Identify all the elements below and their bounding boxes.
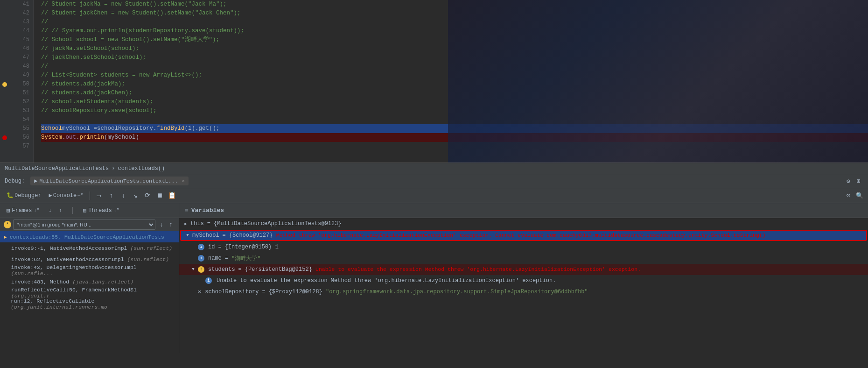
frames-tab-controls: ↓ ↑ bbox=[46, 206, 64, 215]
frames-ctrl-down[interactable]: ↓ bbox=[46, 206, 54, 215]
variables-panel: = Variables ▶ this = {MultiDateSourceApp… bbox=[179, 203, 868, 353]
variable-this[interactable]: ▶ this = {MultiDateSourceApplicationTest… bbox=[179, 218, 868, 229]
debug-label-bar: Debug: ▶ MultiDateSourceApplicationTests… bbox=[0, 174, 868, 188]
variable-name[interactable]: ▶ i name = "湖畔大学" bbox=[179, 253, 868, 264]
variable-myschool[interactable]: ▼ mySchool = {School@9127} Method threw … bbox=[180, 230, 867, 241]
var-equals: = bbox=[238, 266, 242, 273]
code-line: // bbox=[41, 18, 868, 27]
session-name: MultiDateSourceApplicationTests.contextL… bbox=[39, 178, 178, 184]
var-value-students-msg: Unable to evaluate the expression Method… bbox=[217, 277, 864, 284]
thread-ctrl-buttons: ↓ ↑ bbox=[157, 220, 175, 229]
frames-tab-icon: ▤ bbox=[7, 207, 10, 214]
frame-text: invoke:483, Method (java.lang.reflect) bbox=[11, 279, 133, 285]
variable-id[interactable]: ▶ i id = {Integer@9150} 1 bbox=[179, 241, 868, 253]
gutter-item bbox=[0, 142, 9, 151]
tab-debugger[interactable]: 🐛 Debugger bbox=[4, 191, 44, 200]
panel-tab-bar: ▤ Frames ↓* ↓ ↑ | ▤ Threads ↓* bbox=[0, 203, 179, 218]
breadcrumb-class: MultiDateSourceApplicationTests bbox=[5, 165, 109, 172]
error-indicator bbox=[0, 133, 9, 142]
code-line: // jackMa.setSchool(school); bbox=[41, 44, 868, 53]
stack-frames-list: ▶ contextLoads:55, MultiDateSourceApplic… bbox=[0, 231, 179, 353]
breadcrumb-bar: MultiDateSourceApplicationTests › contex… bbox=[0, 163, 868, 174]
threads-sort-icon[interactable]: ↓* bbox=[114, 208, 119, 213]
code-line: // jackChen.setSchool(school); bbox=[41, 53, 868, 62]
code-line-error: System.out.println(mySchool) bbox=[41, 133, 868, 142]
var-value-id: {Integer@9150} 1 bbox=[225, 244, 864, 250]
thread-select-dropdown[interactable]: *main*@1 in group *main*: RU... bbox=[13, 219, 155, 230]
debugger-tab-label: Debugger bbox=[14, 192, 42, 199]
step-out-button[interactable]: ↘ bbox=[130, 191, 140, 201]
var-equals: = bbox=[223, 232, 226, 239]
code-line: // Student jackMa = new Student().setNam… bbox=[41, 0, 868, 9]
step-over-button[interactable]: ⟶ bbox=[94, 191, 104, 201]
var-name-students: students bbox=[208, 266, 235, 273]
settings-button[interactable]: ⚙ bbox=[844, 177, 853, 186]
var-name-myschool: mySchool bbox=[192, 232, 219, 239]
var-value-students: {PersistentBag@9152} Unable to evaluate … bbox=[245, 266, 864, 273]
gutter-item bbox=[0, 124, 9, 133]
expand-this[interactable]: ▶ bbox=[183, 221, 189, 226]
step-down-button[interactable]: ↓ bbox=[118, 191, 128, 201]
warn-icon: ! bbox=[198, 266, 204, 273]
frames-threads-panel: ▤ Frames ↓* ↓ ↑ | ▤ Threads ↓* * *main*@… bbox=[0, 203, 179, 353]
threads-tab[interactable]: ▤ Threads ↓* bbox=[80, 205, 122, 216]
restore-button[interactable]: ⊞ bbox=[854, 177, 863, 186]
tab-console[interactable]: ▶ Console →* bbox=[46, 191, 86, 200]
code-line: // students.add(jackMa); bbox=[41, 80, 868, 89]
var-equals: = bbox=[218, 244, 221, 250]
stack-frame-item[interactable]: invoke:43, DelegatingMethodAccessorImpl … bbox=[0, 265, 179, 276]
var-value-school-repo: {$Proxy112@9128} "org.springframework.da… bbox=[269, 289, 864, 295]
stack-frame-item[interactable]: invoke0:-1, NativeMethodAccessorImpl (su… bbox=[0, 242, 179, 254]
console-icon: ▶ bbox=[49, 192, 52, 199]
info-icon: i bbox=[198, 255, 204, 262]
thread-up-button[interactable]: ↑ bbox=[167, 220, 175, 229]
bottom-panel: ▤ Frames ↓* ↓ ↑ | ▤ Threads ↓* * *main*@… bbox=[0, 203, 868, 353]
gutter-item bbox=[0, 9, 9, 18]
frames-sort-icon[interactable]: ↓* bbox=[34, 208, 39, 213]
line-numbers: 4142434445 4647484950 5152535455 5657 bbox=[9, 0, 34, 163]
stack-frame-item[interactable]: run:12, ReflectiveCallable (org.junit.in… bbox=[0, 298, 179, 310]
code-line: // schoolRepository.save(school); bbox=[41, 106, 868, 115]
var-value-this: {MultiDateSourceApplicationTests@9123} bbox=[214, 220, 864, 227]
frames-ctrl-up[interactable]: ↑ bbox=[56, 206, 64, 215]
step-up-button[interactable]: ↑ bbox=[106, 191, 116, 201]
var-equals: = bbox=[225, 255, 228, 262]
thread-down-button[interactable]: ↓ bbox=[157, 220, 166, 229]
threads-tab-icon: ▤ bbox=[83, 207, 86, 214]
var-name-school-repo: schoolRepository bbox=[205, 289, 259, 295]
variable-school-repository[interactable]: ▶ ∞ schoolRepository = {$Proxy112@9128} … bbox=[179, 286, 868, 297]
expand-students[interactable]: ▼ bbox=[190, 267, 196, 272]
variables-title: Variables bbox=[191, 207, 224, 214]
gutter-item bbox=[0, 44, 9, 53]
stack-frame-item[interactable]: runReflectiveCall:50, FrameworkMethod$1 … bbox=[0, 287, 179, 298]
var-name-id: id bbox=[208, 244, 215, 250]
code-lines: // Student jackMa = new Student().setNam… bbox=[34, 0, 868, 163]
stack-frame-item[interactable]: invoke:62, NativeMethodAccessorImpl (sun… bbox=[0, 254, 179, 265]
stack-frame-item[interactable]: ▶ contextLoads:55, MultiDateSourceApplic… bbox=[0, 231, 179, 242]
code-editor: 4142434445 4647484950 5152535455 5657 //… bbox=[0, 0, 868, 163]
left-gutter bbox=[0, 0, 9, 163]
stack-frame-item[interactable]: invoke:483, Method (java.lang.reflect) bbox=[0, 276, 179, 287]
debug-session-tab[interactable]: ▶ MultiDateSourceApplicationTests.contex… bbox=[30, 177, 189, 185]
debug-label: Debug: bbox=[5, 178, 25, 184]
code-line bbox=[41, 115, 868, 124]
search-button[interactable]: 🔍 bbox=[855, 191, 864, 200]
expand-myschool[interactable]: ▼ bbox=[185, 233, 190, 238]
run-to-cursor-button[interactable]: ⟳ bbox=[142, 191, 153, 201]
memory-button[interactable]: 📋 bbox=[167, 191, 177, 201]
frames-tab[interactable]: ▤ Frames ↓* bbox=[4, 205, 42, 216]
variables-list: ▶ this = {MultiDateSourceApplicationTest… bbox=[179, 218, 868, 353]
frames-tab-label: Frames bbox=[12, 207, 32, 214]
debugger-icon: 🐛 bbox=[7, 192, 14, 199]
variable-students[interactable]: ▼ ! students = {PersistentBag@9152} Unab… bbox=[179, 264, 868, 275]
session-close-button[interactable]: × bbox=[182, 178, 185, 184]
variable-students-message: ▶ i Unable to evaluate the expression Me… bbox=[179, 275, 868, 286]
gutter-item bbox=[0, 62, 9, 71]
frame-text: runReflectiveCall:50, FrameworkMethod$1 … bbox=[11, 287, 175, 299]
link-button[interactable]: ∞ bbox=[844, 191, 853, 200]
code-line: // school.setStudents(students); bbox=[41, 98, 868, 106]
console-arrow: →* bbox=[77, 193, 83, 198]
toolbar: 🐛 Debugger ▶ Console →* ⟶ ↑ ↓ ↘ ⟳ ⏹ 📋 ∞ … bbox=[0, 188, 868, 203]
evaluate-button[interactable]: ⏹ bbox=[154, 191, 165, 201]
frame-text: run:12, ReflectiveCallable (org.junit.in… bbox=[11, 298, 175, 310]
